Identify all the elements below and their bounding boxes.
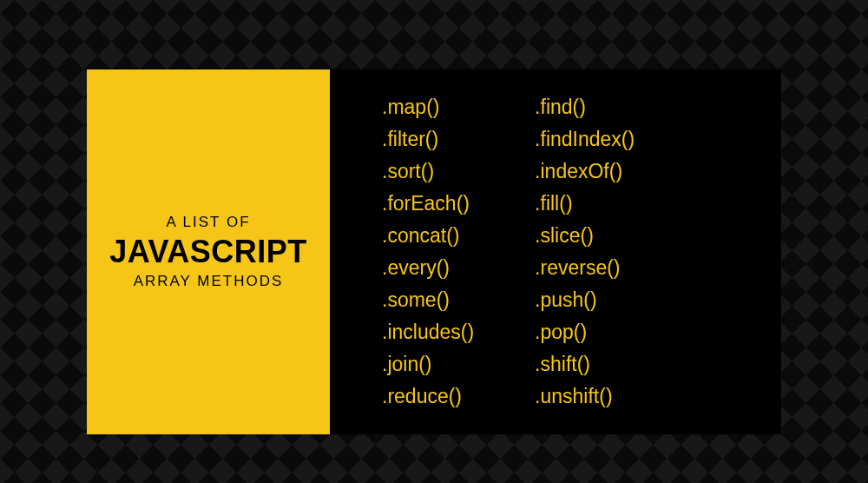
method-item: .indexOf() xyxy=(535,160,635,183)
method-item: .unshift() xyxy=(535,385,635,408)
method-item: .sort() xyxy=(382,160,474,183)
method-item: .forEach() xyxy=(382,192,474,215)
method-item: .slice() xyxy=(535,224,635,248)
method-item: .some() xyxy=(382,288,474,312)
method-item: .concat() xyxy=(382,224,474,248)
method-item: .shift() xyxy=(535,353,635,376)
method-item: .findIndex() xyxy=(535,128,635,151)
methods-column-left: .map() .filter() .sort() .forEach() .con… xyxy=(382,96,474,408)
method-item: .reduce() xyxy=(382,385,474,408)
title-text: JAVASCRIPT xyxy=(109,236,307,268)
method-item: .includes() xyxy=(382,321,474,344)
methods-panel: .map() .filter() .sort() .forEach() .con… xyxy=(330,69,781,434)
title-panel: A LIST OF JAVASCRIPT ARRAY METHODS xyxy=(87,69,330,434)
method-item: .pop() xyxy=(535,321,635,344)
methods-column-right: .find() .findIndex() .indexOf() .fill() … xyxy=(535,96,635,408)
method-item: .push() xyxy=(535,288,635,312)
pretitle-text: A LIST OF xyxy=(166,214,250,231)
method-item: .map() xyxy=(382,96,474,119)
method-item: .join() xyxy=(382,353,474,376)
method-item: .reverse() xyxy=(535,256,635,280)
content-card: A LIST OF JAVASCRIPT ARRAY METHODS .map(… xyxy=(87,69,781,434)
method-item: .find() xyxy=(535,96,635,119)
method-item: .filter() xyxy=(382,128,474,151)
method-item: .fill() xyxy=(535,192,635,215)
method-item: .every() xyxy=(382,256,474,280)
subtitle-text: ARRAY METHODS xyxy=(134,273,284,290)
